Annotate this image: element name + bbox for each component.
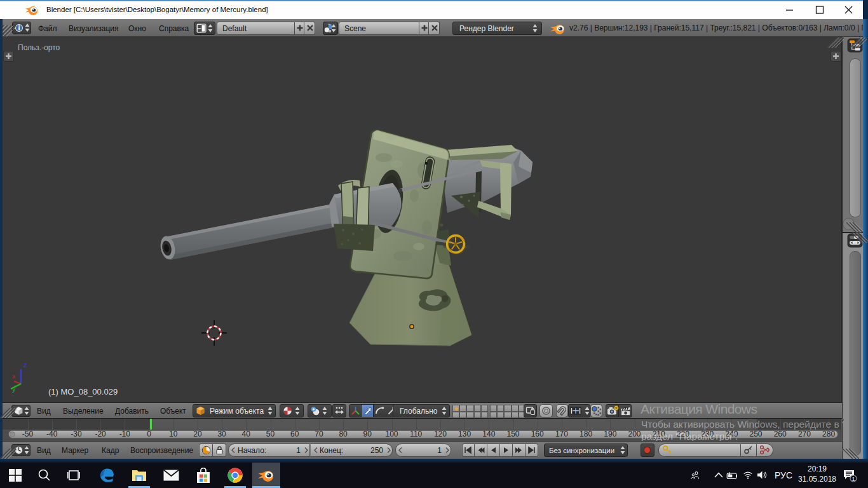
svg-text:x: x [12, 372, 16, 380]
svg-text:1: 1 [851, 476, 855, 482]
svg-text:y: y [12, 385, 16, 393]
svg-text:z: z [24, 361, 27, 369]
